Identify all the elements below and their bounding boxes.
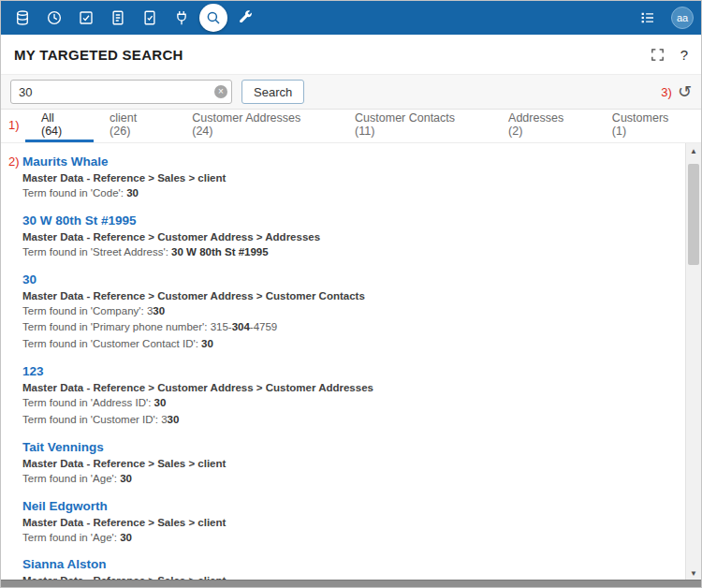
tab-customer-addresses-24[interactable]: Customer Addresses (24) — [176, 110, 339, 142]
annotation-1: 1) — [8, 118, 20, 132]
expand-icon[interactable] — [650, 47, 665, 63]
help-icon[interactable]: ? — [680, 47, 688, 63]
result-breadcrumb-path: Master Data - Reference > Sales > client — [22, 517, 676, 528]
tabs: All (64)client (26)Customer Addresses (2… — [25, 110, 701, 142]
term-found-line: Term found in 'Code': 30 — [22, 185, 676, 202]
tab-label: Customer Contacts (11) — [355, 111, 476, 138]
result-title-link[interactable]: Tait Vennings — [22, 440, 676, 454]
term-found-line: Term found in 'Company': 330 — [22, 303, 676, 320]
app-window: aa MY TARGETED SEARCH ? × Search 3) ↺ 1)… — [0, 0, 702, 588]
clock-icon[interactable] — [40, 4, 68, 32]
result-breadcrumb-path: Master Data - Reference > Sales > client — [22, 172, 676, 184]
result-terms: Term found in 'Company': 330Term found i… — [22, 303, 676, 353]
result-item: 123 Master Data - Reference > Customer A… — [22, 364, 676, 429]
tab-customer-contacts-11[interactable]: Customer Contacts (11) — [339, 110, 492, 142]
document-check-icon[interactable] — [136, 4, 164, 32]
document-lines-icon[interactable] — [104, 4, 132, 32]
result-breadcrumb-path: Master Data - Reference > Customer Addre… — [22, 231, 676, 243]
list-icon[interactable] — [634, 4, 662, 32]
horizontal-scrollbar[interactable] — [1, 580, 701, 587]
result-title-link[interactable]: 123 — [22, 364, 676, 378]
result-item: Maurits Whale Master Data - Reference > … — [22, 154, 676, 202]
result-breadcrumb-path: Master Data - Reference > Customer Addre… — [22, 382, 676, 393]
tab-label: Customer Addresses (24) — [192, 111, 323, 138]
plug-icon[interactable] — [168, 4, 196, 32]
wrench-icon[interactable] — [231, 4, 259, 32]
tab-label: client (26) — [110, 111, 160, 138]
user-avatar[interactable]: aa — [671, 7, 694, 29]
result-item: 30 W 80th St #1995 Master Data - Referen… — [22, 213, 676, 261]
scrollbar-thumb[interactable] — [688, 164, 699, 265]
tab-label: Addresses (2) — [508, 111, 580, 138]
result-title-link[interactable]: Sianna Alston — [22, 557, 676, 571]
result-breadcrumb-path: Master Data - Reference > Sales > client — [22, 458, 676, 469]
search-button[interactable]: Search — [241, 80, 304, 104]
vertical-scrollbar[interactable]: ▲ ▼ — [685, 143, 701, 581]
page-title: MY TARGETED SEARCH — [14, 47, 183, 63]
annotation-3: 3) — [661, 85, 672, 99]
term-found-line: Term found in 'Age': 30 — [22, 530, 676, 547]
term-found-line: Term found in 'Customer ID': 330 — [22, 412, 676, 429]
result-item: Neil Edgworth Master Data - Reference > … — [22, 499, 676, 547]
result-title-link[interactable]: Neil Edgworth — [22, 499, 676, 513]
result-tabs-row: 1) All (64)client (26)Customer Addresses… — [1, 110, 701, 143]
term-found-line: Term found in 'Primary phone number': 31… — [22, 319, 676, 336]
result-terms: Term found in 'Age': 30 — [22, 471, 676, 488]
database-icon[interactable] — [8, 4, 37, 32]
search-bar-row: × Search 3) ↺ — [1, 74, 701, 110]
result-title-link[interactable]: Maurits Whale — [22, 154, 676, 169]
result-item: 30 Master Data - Reference > Customer Ad… — [22, 272, 676, 353]
result-terms: Term found in 'Address ID': 30Term found… — [22, 395, 676, 429]
tab-customers-1[interactable]: Customers (1) — [596, 110, 701, 142]
result-item: Sianna Alston Master Data - Reference > … — [22, 557, 676, 581]
search-icon[interactable] — [199, 4, 227, 32]
search-input[interactable] — [10, 80, 232, 104]
result-title-link[interactable]: 30 W 80th St #1995 — [22, 213, 676, 228]
result-breadcrumb-path: Master Data - Reference > Customer Addre… — [22, 290, 676, 301]
check-square-icon[interactable] — [72, 4, 100, 32]
tab-label: Customers (1) — [612, 111, 685, 138]
tab-label: All (64) — [41, 111, 78, 138]
annotation-2: 2) — [8, 154, 20, 169]
tab-all-64[interactable]: All (64) — [25, 110, 94, 142]
term-found-line: Term found in 'Customer Contact ID': 30 — [22, 336, 676, 353]
result-title-link[interactable]: 30 — [22, 272, 676, 287]
search-results-panel: 2) Maurits Whale Master Data - Reference… — [1, 143, 701, 581]
term-found-line: Term found in 'Street Address': 30 W 80t… — [22, 244, 676, 261]
clear-search-icon[interactable]: × — [214, 85, 227, 98]
search-history-icon[interactable]: ↺ — [678, 83, 692, 100]
result-terms: Term found in 'Age': 30 — [22, 530, 676, 547]
search-input-wrap: × — [10, 80, 232, 104]
top-navigation-bar: aa — [1, 1, 701, 35]
term-found-line: Term found in 'Address ID': 30 — [22, 395, 676, 412]
results-list: Maurits Whale Master Data - Reference > … — [1, 143, 685, 581]
page-header: MY TARGETED SEARCH ? — [1, 35, 701, 74]
tab-addresses-2[interactable]: Addresses (2) — [492, 110, 596, 142]
result-item: Tait Vennings Master Data - Reference > … — [22, 440, 676, 488]
result-terms: Term found in 'Street Address': 30 W 80t… — [22, 244, 676, 261]
tab-client-26[interactable]: client (26) — [94, 110, 176, 142]
term-found-line: Term found in 'Age': 30 — [22, 471, 676, 488]
scroll-up-arrow[interactable]: ▲ — [686, 143, 701, 159]
result-terms: Term found in 'Code': 30 — [22, 185, 676, 202]
